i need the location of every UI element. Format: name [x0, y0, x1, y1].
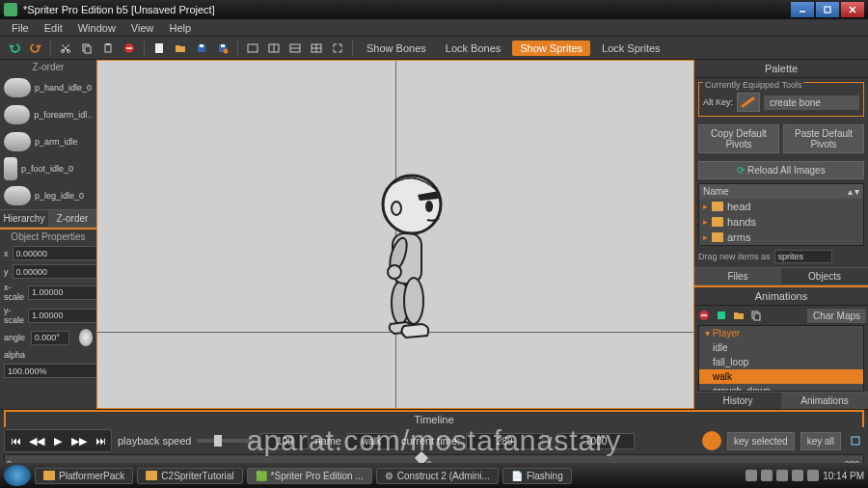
- start-button[interactable]: [4, 465, 31, 486]
- folder-row[interactable]: ▸head: [699, 199, 863, 214]
- prev-frame-button[interactable]: ◀◀: [26, 430, 47, 451]
- show-sprites-toggle[interactable]: Show Sprites: [512, 41, 590, 56]
- expand-icon[interactable]: ▸: [703, 202, 708, 211]
- copy-button[interactable]: [78, 40, 95, 57]
- record-button[interactable]: [702, 431, 721, 450]
- taskbar-item[interactable]: ⚙Construct 2 (Admini...: [376, 468, 499, 484]
- window-minimize-button[interactable]: [791, 2, 814, 17]
- toolbar: Show Bones Lock Bones Show Sprites Lock …: [0, 37, 868, 60]
- charmaps-button[interactable]: Char Maps: [807, 309, 866, 323]
- anim-item[interactable]: crouch_down: [699, 384, 863, 392]
- tab-objects[interactable]: Objects: [781, 268, 868, 285]
- current-time-input[interactable]: [466, 433, 543, 449]
- taskbar-item[interactable]: PlatformerPack: [35, 468, 133, 484]
- key-all-button[interactable]: key all: [800, 432, 841, 450]
- menubar: File Edit Window View Help: [0, 19, 868, 37]
- tab-animations[interactable]: Animations: [781, 393, 868, 409]
- zorder-item[interactable]: p_leg_idle_0: [0, 182, 96, 209]
- save-button[interactable]: [193, 40, 210, 57]
- window-maximize-button[interactable]: [816, 2, 839, 17]
- anim-group[interactable]: ▾ Player: [699, 326, 863, 340]
- key-selected-button[interactable]: key selected: [727, 432, 795, 450]
- delete-button[interactable]: [121, 40, 138, 57]
- total-time-input[interactable]: [557, 433, 635, 449]
- menu-help[interactable]: Help: [161, 20, 199, 36]
- folder-row[interactable]: ▸hands: [699, 214, 863, 230]
- sort-down-icon[interactable]: ▾: [854, 186, 859, 197]
- redo-button[interactable]: [27, 40, 44, 57]
- fit-button[interactable]: [329, 40, 346, 57]
- speed-slider[interactable]: [197, 439, 255, 443]
- anim-name-input[interactable]: [347, 433, 395, 449]
- zorder-item[interactable]: p_arm_idle: [0, 128, 96, 155]
- anim-item[interactable]: fall_loop: [699, 355, 863, 369]
- tab-files[interactable]: Files: [694, 268, 781, 285]
- speed-input[interactable]: [260, 433, 309, 449]
- menu-view[interactable]: View: [123, 20, 162, 36]
- tray-icon[interactable]: [776, 470, 788, 481]
- menu-file[interactable]: File: [4, 20, 37, 36]
- folder-icon: [712, 202, 723, 211]
- lock-sprites-toggle[interactable]: Lock Sprites: [594, 41, 668, 56]
- layout2-button[interactable]: [265, 40, 283, 57]
- canvas-viewport[interactable]: [96, 60, 694, 409]
- taskbar-item-active[interactable]: 🟩*Spriter Pro Edition ...: [247, 468, 372, 484]
- timeline-settings-button[interactable]: [847, 432, 864, 449]
- tray-icon[interactable]: [761, 470, 773, 481]
- folder-row[interactable]: ▸arms: [699, 230, 863, 245]
- tray-icon[interactable]: [746, 470, 757, 481]
- tray-volume-icon[interactable]: [807, 470, 819, 481]
- angle-knob[interactable]: [79, 329, 93, 346]
- layout1-button[interactable]: [244, 40, 261, 57]
- window-close-button[interactable]: [841, 2, 864, 17]
- anim-item[interactable]: idle: [699, 340, 863, 355]
- zorder-item[interactable]: p_hand_idle_0: [0, 74, 96, 101]
- layout3-button[interactable]: [286, 40, 304, 57]
- tray-clock[interactable]: 10:14 PM: [823, 471, 864, 481]
- play-button[interactable]: ▶: [47, 430, 68, 451]
- paste-button[interactable]: [99, 40, 117, 57]
- anim-delete-button[interactable]: [696, 308, 712, 323]
- svg-rect-14: [155, 43, 163, 53]
- next-frame-button[interactable]: ▶▶: [68, 430, 90, 451]
- svg-rect-9: [85, 46, 91, 53]
- svg-rect-1: [825, 7, 830, 13]
- taskbar-item[interactable]: 📄Flashing: [502, 468, 572, 484]
- tray-icon[interactable]: [792, 470, 803, 481]
- open-button[interactable]: [172, 40, 189, 57]
- equipped-tools-group: Currently Equipped Tools Alt Key: create…: [698, 82, 864, 117]
- reload-images-button[interactable]: ⟳ Reload All Images: [698, 161, 864, 179]
- show-bones-toggle[interactable]: Show Bones: [359, 41, 434, 56]
- tab-zorder[interactable]: Z-order: [48, 210, 96, 227]
- anim-copy-button[interactable]: [748, 308, 764, 323]
- anim-item-selected[interactable]: walk: [699, 369, 863, 384]
- first-frame-button[interactable]: ⏮: [5, 430, 26, 451]
- menu-edit[interactable]: Edit: [37, 20, 70, 36]
- zorder-item[interactable]: p_foot_idle_0: [0, 155, 96, 182]
- anim-add-button[interactable]: [714, 308, 729, 323]
- prop-angle-input[interactable]: [31, 331, 69, 345]
- zorder-item[interactable]: p_forearm_idl...: [0, 101, 96, 128]
- anim-folder-button[interactable]: [731, 308, 746, 323]
- cut-button[interactable]: [57, 40, 74, 57]
- menu-window[interactable]: Window: [70, 20, 123, 36]
- bone-tool-icon: [737, 93, 760, 112]
- tool-name-label: create bone: [764, 95, 859, 110]
- copy-pivots-button[interactable]: Copy Default Pivots: [698, 124, 779, 153]
- undo-button[interactable]: [6, 40, 23, 57]
- svg-rect-38: [718, 312, 725, 319]
- image-folder-list: Name▴▾ ▸head ▸hands ▸arms: [698, 183, 864, 246]
- lock-bones-toggle[interactable]: Lock Bones: [438, 41, 508, 56]
- new-button[interactable]: [150, 40, 168, 57]
- tab-hierarchy[interactable]: Hierarchy: [0, 210, 48, 227]
- paste-pivots-button[interactable]: Paste Default Pivots: [783, 124, 864, 153]
- tab-history[interactable]: History: [694, 393, 781, 409]
- layout4-button[interactable]: [308, 40, 325, 57]
- sort-up-icon[interactable]: ▴: [848, 186, 853, 197]
- taskbar-item[interactable]: C2SpriterTutorial: [137, 468, 242, 484]
- drag-mode-input[interactable]: [774, 250, 832, 263]
- character-sprite[interactable]: [360, 158, 456, 341]
- save-as-button[interactable]: [214, 40, 231, 57]
- last-frame-button[interactable]: ⏭: [90, 430, 111, 451]
- svg-point-34: [425, 201, 433, 212]
